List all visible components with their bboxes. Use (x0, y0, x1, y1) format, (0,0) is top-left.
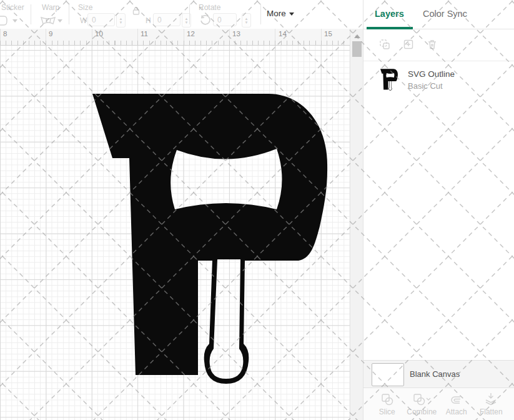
ruler-number: 10 (95, 30, 103, 38)
tab-layers[interactable]: Layers (375, 9, 404, 19)
warp-group-label: Warp (42, 3, 59, 12)
slice-icon (380, 392, 394, 406)
toolbar-divider (260, 4, 261, 24)
vertical-scrollbar[interactable] (350, 29, 363, 420)
duplicate-icon[interactable] (402, 38, 415, 51)
layer-title: SVG Outline (408, 69, 455, 79)
rotate-icon[interactable] (199, 14, 210, 28)
blank-canvas-thumbnail (372, 363, 404, 386)
toolbar-divider (189, 4, 190, 24)
sticker-group-label: Sticker (1, 3, 24, 12)
design-canvas[interactable] (0, 45, 350, 420)
tab-color-sync[interactable]: Color Sync (423, 9, 467, 19)
layer-actions-bar: Slice Combine Attach Flatten (363, 388, 514, 420)
layer-toolbar (363, 29, 514, 61)
panel-tabs-row: Layers Color Sync (363, 0, 514, 29)
layer-linetype: Basic Cut (408, 81, 443, 91)
toolbar-divider (69, 4, 69, 24)
width-input[interactable] (87, 13, 115, 26)
right-panel: Layers Color Sync SVG Outline Basic Cut … (363, 0, 514, 420)
blank-canvas-row[interactable]: Blank Canvas (363, 360, 514, 388)
slice-button[interactable]: Slice (370, 392, 405, 416)
chevron-down-icon (289, 12, 294, 16)
ruler-number: 15 (324, 30, 332, 38)
combine-icon (412, 392, 431, 406)
combine-button[interactable]: Combine (405, 392, 440, 416)
width-stepper[interactable]: ▲▼ (116, 13, 126, 28)
flatten-button[interactable]: Flatten (474, 392, 509, 416)
chevron-down-icon[interactable] (57, 19, 62, 22)
app-window: { "toolbar": { "sticker_label": "Sticker… (0, 0, 514, 420)
rotate-group-label: Rotate (199, 3, 220, 12)
sticker-icon[interactable] (0, 15, 9, 29)
ruler-number: 13 (232, 30, 240, 38)
top-toolbar: Sticker Warp Size W ▲▼ H ▲▼ Rotate ▲▼ Mo… (0, 0, 363, 29)
chevron-down-icon[interactable] (12, 19, 17, 22)
rotate-input[interactable] (213, 13, 237, 26)
width-label: W (80, 16, 87, 25)
scroll-up-arrow-icon[interactable] (354, 34, 360, 38)
ruler-number: 12 (187, 30, 195, 38)
ruler-number: 14 (279, 30, 287, 38)
delete-icon[interactable] (426, 38, 438, 51)
ruler-number: 11 (141, 30, 148, 38)
more-button[interactable]: More (267, 9, 294, 18)
blank-canvas-label: Blank Canvas (410, 369, 460, 379)
svg-outline-p-logo[interactable] (92, 94, 328, 385)
ruler-number: 8 (3, 30, 7, 38)
group-icon[interactable] (378, 38, 391, 51)
flatten-icon (483, 392, 498, 406)
height-input[interactable] (153, 13, 180, 26)
scrollbar-thumb[interactable] (352, 41, 362, 57)
ruler-number: 9 (49, 30, 52, 38)
attach-button[interactable]: Attach (439, 392, 474, 416)
layer-item-svg-outline[interactable]: SVG Outline Basic Cut (363, 62, 514, 98)
attach-icon (449, 392, 464, 406)
layer-thumbnail (380, 69, 398, 91)
horizontal-ruler: 8 9 10 11 12 13 14 15 (0, 29, 350, 46)
warp-icon[interactable] (40, 16, 56, 28)
lock-icon[interactable] (132, 6, 141, 18)
size-group-label: Size (78, 3, 92, 12)
rotate-stepper[interactable]: ▲▼ (242, 13, 251, 28)
toolbar-divider (31, 4, 31, 24)
ruler-ticks (0, 41, 350, 45)
height-label: H (146, 16, 151, 25)
